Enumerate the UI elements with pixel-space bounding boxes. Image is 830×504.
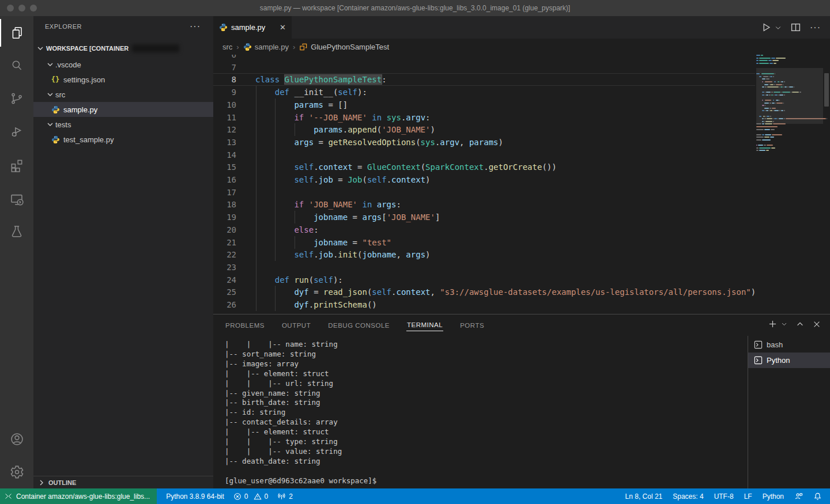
- code-editor[interactable]: 678class GluePythonSampleTest:9 def __in…: [213, 55, 830, 314]
- chevron-down-icon[interactable]: [46, 60, 55, 69]
- activity-explorer[interactable]: [0, 19, 33, 47]
- code-line-25[interactable]: 25 dyf = read_json(self.context, "s3://a…: [213, 286, 755, 298]
- minimap-line: [756, 60, 823, 61]
- breadcrumb-label: src: [222, 43, 232, 51]
- code-line-12[interactable]: 12 params.append('JOB_NAME'): [213, 123, 755, 136]
- minimap[interactable]: [756, 55, 823, 314]
- code-line-15[interactable]: 15 self.context = GlueContext(SparkConte…: [213, 161, 755, 173]
- ports-item[interactable]: 2: [277, 492, 293, 501]
- code-line-22[interactable]: 22 self.job.init(jobname, args): [213, 248, 755, 261]
- run-file-button[interactable]: [761, 22, 771, 32]
- terminal-dropdown-icon[interactable]: [781, 321, 787, 327]
- activity-remote-explorer[interactable]: [0, 185, 33, 213]
- tab-sample-py[interactable]: sample.py ✕: [213, 16, 292, 39]
- account-icon: [9, 431, 25, 447]
- terminal-line: | |-- element: struct: [225, 369, 744, 379]
- redaction-blur: [132, 44, 179, 52]
- panel-tab-output[interactable]: OUTPUT: [281, 320, 311, 331]
- code-line-23[interactable]: 23: [213, 261, 755, 274]
- code-line-7[interactable]: 7: [213, 61, 755, 74]
- chevron-down-icon[interactable]: [46, 90, 55, 99]
- class-symbol-icon: [299, 43, 308, 51]
- activity-testing[interactable]: [0, 218, 33, 245]
- panel-tab-problems[interactable]: PROBLEMS: [225, 320, 265, 331]
- problems-item[interactable]: 0 0: [233, 492, 268, 501]
- python-version-item[interactable]: Python 3.8.9 64-bit: [166, 492, 224, 501]
- terminal-instance-Python[interactable]: Python: [748, 353, 830, 368]
- terminal-output[interactable]: | | |-- name: string|-- sort_name: strin…: [225, 340, 744, 487]
- code-line-20[interactable]: 20 else:: [213, 223, 755, 236]
- terminal-instance-bash[interactable]: bash: [748, 337, 830, 353]
- code-line-16[interactable]: 16 self.job = Job(self.context): [213, 173, 755, 186]
- activity-search[interactable]: [0, 52, 33, 79]
- panel-tab-terminal[interactable]: TERMINAL: [406, 319, 443, 331]
- code-line-21[interactable]: 21 jobname = "test": [213, 236, 755, 249]
- line-number: 21: [213, 236, 236, 249]
- remote-indicator[interactable]: Container amazon/aws-glue-libs:glue_libs…: [0, 488, 157, 504]
- run-dropdown-icon[interactable]: [775, 24, 782, 31]
- terminal-instance-label: bash: [767, 340, 783, 349]
- tree-item-test_sample.py[interactable]: test_sample.py: [33, 132, 213, 147]
- panel-tabs: PROBLEMSOUTPUTDEBUG CONSOLETERMINALPORTS: [225, 314, 485, 336]
- minimap-slider[interactable]: [756, 68, 823, 124]
- tree-item-label: .vscode: [55, 60, 81, 69]
- code-line-24[interactable]: 24 def run(self):: [213, 274, 755, 286]
- panel-tab-ports[interactable]: PORTS: [459, 320, 485, 331]
- code-line-11[interactable]: 11 if '--JOB_NAME' in sys.argv:: [213, 111, 755, 124]
- chevron-down-icon[interactable]: [46, 120, 55, 129]
- new-terminal-icon[interactable]: [768, 320, 777, 328]
- line-content: else:: [255, 223, 319, 236]
- eol-item[interactable]: LF: [744, 492, 752, 501]
- indent-guide: [275, 186, 276, 199]
- maximize-panel-icon[interactable]: [796, 320, 804, 328]
- tree-item-src[interactable]: src: [33, 87, 213, 102]
- explorer-more-actions-icon[interactable]: ···: [190, 16, 201, 37]
- code-line-10[interactable]: 10 params = []: [213, 98, 755, 111]
- tab-close-icon[interactable]: ✕: [280, 23, 286, 32]
- code-line-19[interactable]: 19 jobname = args['JOB_NAME']: [213, 211, 755, 223]
- activity-settings[interactable]: [0, 458, 33, 486]
- code-line-9[interactable]: 9 def __init__(self):: [213, 86, 755, 98]
- code-line-13[interactable]: 13 args = getResolvedOptions(sys.argv, p…: [213, 136, 755, 149]
- tree-item-settings.json[interactable]: {}settings.json: [33, 72, 213, 87]
- tree-item-.vscode[interactable]: .vscode: [33, 57, 213, 72]
- breadcrumb-src[interactable]: src: [222, 43, 232, 51]
- editor-more-actions-icon[interactable]: ···: [810, 22, 821, 33]
- code-line-6[interactable]: 6: [213, 55, 755, 61]
- line-content: dyf.printSchema(): [255, 298, 377, 311]
- activity-extensions[interactable]: [0, 151, 33, 179]
- chevron-down-icon: [36, 44, 45, 53]
- tree-item-tests[interactable]: tests: [33, 117, 213, 132]
- tree-item-label: test_sample.py: [63, 135, 114, 144]
- cursor-position-item[interactable]: Ln 8, Col 21: [625, 492, 663, 501]
- encoding-item[interactable]: UTF-8: [714, 492, 734, 501]
- minimap-line: [756, 55, 823, 56]
- code-line-26[interactable]: 26 dyf.printSchema(): [213, 298, 755, 311]
- breadcrumb-separator-icon: ›: [293, 43, 295, 51]
- python-icon: [219, 23, 228, 32]
- indentation-item[interactable]: Spaces: 4: [673, 492, 703, 501]
- feedback-item[interactable]: [794, 492, 803, 501]
- breadcrumb-sample.py[interactable]: sample.py: [243, 43, 289, 51]
- code-line-14[interactable]: 14: [213, 149, 755, 161]
- close-panel-icon[interactable]: [813, 320, 821, 328]
- code-line-17[interactable]: 17: [213, 186, 755, 199]
- workspace-section-header[interactable]: WORKSPACE [CONTAINER: [33, 42, 213, 55]
- terminal-line: |-- birth_date: string: [225, 398, 744, 408]
- tree-item-sample.py[interactable]: sample.py: [33, 102, 213, 117]
- breadcrumb-GluePythonSampleTest[interactable]: GluePythonSampleTest: [299, 43, 389, 51]
- panel-tab-debug-console[interactable]: DEBUG CONSOLE: [327, 320, 390, 331]
- activity-source-control[interactable]: [0, 85, 33, 112]
- code-line-8[interactable]: 8class GluePythonSampleTest:: [213, 73, 755, 86]
- scrollbar-thumb[interactable]: [824, 73, 829, 107]
- notifications-item[interactable]: [813, 492, 822, 501]
- window-title: sample.py — workspace [Container amazon/…: [0, 0, 830, 16]
- minimap-line: [756, 153, 823, 154]
- split-editor-icon[interactable]: [791, 22, 801, 32]
- search-icon: [9, 58, 24, 73]
- activity-run-debug[interactable]: [0, 118, 33, 145]
- outline-section-header[interactable]: OUTLINE: [33, 476, 213, 488]
- code-line-18[interactable]: 18 if 'JOB_NAME' in args:: [213, 198, 755, 211]
- language-mode-item[interactable]: Python: [763, 492, 784, 501]
- activity-accounts[interactable]: [0, 425, 33, 453]
